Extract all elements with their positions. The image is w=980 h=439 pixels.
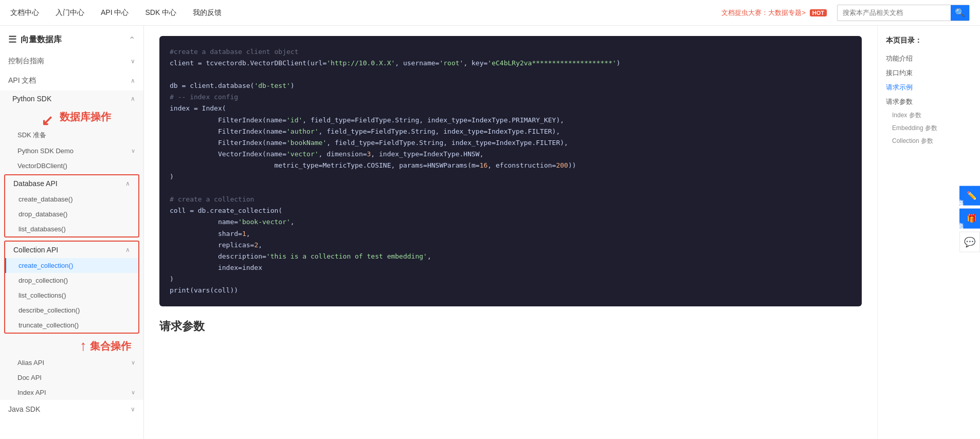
right-toc-title: 本页目录： [886, 36, 972, 45]
search-input[interactable] [838, 9, 951, 16]
collection-api-header[interactable]: Collection API ∧ [5, 242, 138, 258]
sidebar-item-list-collections[interactable]: list_collections() [5, 288, 138, 303]
nav-item-start[interactable]: 入门中心 [56, 8, 84, 17]
toc-sub-item-embedding[interactable]: Embedding 参数 [886, 122, 972, 135]
sidebar-item-sdk-prep[interactable]: SDK 准备 [0, 127, 143, 143]
feedback-action-button[interactable]: ✏️ 文档反馈 [959, 186, 980, 206]
sidebar-item-python-demo[interactable]: Python SDK Demo ∨ [0, 143, 143, 158]
sidebar-item-describe-collection[interactable]: describe_collection() [5, 303, 138, 318]
sidebar-item-create-database[interactable]: create_database() [5, 192, 138, 207]
annotation-collection-text: 集合操作 [90, 339, 131, 353]
python-sdk-header[interactable]: Python SDK ∧ [0, 90, 143, 107]
sidebar: ☰ 向量数据库 ⌃ 控制台指南 ∨ API 文档 ∧ Python SDK ∧ … [0, 26, 144, 439]
collection-api-arrow: ∧ [125, 246, 130, 253]
database-api-arrow: ∧ [125, 180, 130, 187]
menu-icon: ☰ [8, 34, 16, 45]
edit-icon: ✏️ [967, 190, 978, 202]
nav-item-api[interactable]: API 中心 [101, 8, 129, 17]
chat-icon: 💬 [964, 236, 975, 247]
toc-item-constraints[interactable]: 接口约束 [886, 66, 972, 80]
nav-item-sdk[interactable]: SDK 中心 [145, 8, 176, 17]
promo-text[interactable]: 文档捉虫大赛：大数据专题> [721, 8, 806, 17]
activity-label: 文档启动 [956, 216, 965, 221]
nav-item-docs[interactable]: 文档中心 [10, 8, 39, 17]
sidebar-item-alias-api[interactable]: Alias API ∨ [0, 355, 143, 370]
layout: ☰ 向量数据库 ⌃ 控制台指南 ∨ API 文档 ∧ Python SDK ∧ … [0, 26, 980, 439]
header: 文档中心 入门中心 API 中心 SDK 中心 我的反馈 文档捉虫大赛：大数据专… [0, 0, 980, 26]
toc-item-example[interactable]: 请求示例 [886, 80, 972, 95]
sidebar-item-drop-collection[interactable]: drop_collection() [5, 273, 138, 288]
annotation-collection: ↑ 集合操作 [71, 335, 139, 357]
header-nav: 文档中心 入门中心 API 中心 SDK 中心 我的反馈 [10, 8, 222, 17]
python-sdk-label: Python SDK [12, 95, 51, 103]
collection-api-label: Collection API [13, 246, 58, 254]
api-docs-arrow: ∧ [131, 77, 135, 84]
nav-item-feedback[interactable]: 我的反馈 [193, 8, 222, 17]
sidebar-item-api-docs[interactable]: API 文档 ∧ [0, 71, 143, 90]
database-api-header[interactable]: Database API ∧ [5, 175, 138, 192]
toc-item-params[interactable]: 请求参数 [886, 95, 972, 109]
sidebar-header: ☰ 向量数据库 ⌃ [0, 26, 143, 51]
console-arrow: ∨ [131, 58, 135, 65]
database-api-section: Database API ∧ create_database() drop_da… [4, 174, 139, 237]
toc-sub-item-index[interactable]: Index 参数 [886, 109, 972, 122]
sidebar-item-create-collection[interactable]: create_collection() [5, 258, 138, 273]
database-api-label: Database API [13, 179, 58, 188]
header-search: 🔍 [837, 5, 970, 21]
sidebar-item-drop-database[interactable]: drop_database() [5, 207, 138, 222]
python-sdk-section: Python SDK ∧ ↙ 数据库操作 SDK 准备 Python SDK D… [0, 90, 143, 400]
search-button[interactable]: 🔍 [951, 5, 969, 21]
sidebar-item-vectordbclient[interactable]: VectorDBClient() [0, 158, 143, 173]
sidebar-title: ☰ 向量数据库 [8, 34, 62, 45]
code-block[interactable]: #create a database client object client … [159, 36, 862, 306]
annotation-database-text: 数据库操作 [60, 110, 111, 124]
sidebar-item-list-databases[interactable]: list_databases() [5, 222, 138, 236]
sidebar-item-index-api[interactable]: Index API ∨ [0, 385, 143, 400]
sidebar-item-console[interactable]: 控制台指南 ∨ [0, 51, 143, 71]
python-sdk-arrow: ∧ [131, 95, 135, 102]
java-sdk-arrow: ∨ [131, 406, 135, 413]
right-actions: ✏️ 文档反馈 🎁 文档启动 💬 [959, 186, 980, 253]
toc-item-intro[interactable]: 功能介绍 [886, 51, 972, 66]
annotation-database: ↙ 数据库操作 [0, 107, 143, 127]
sidebar-item-doc-api[interactable]: Doc API [0, 370, 143, 385]
sidebar-item-truncate-collection[interactable]: truncate_collection() [5, 318, 138, 333]
header-promo: 文档捉虫大赛：大数据专题> HOT 🔍 [721, 5, 970, 21]
main-content: #create a database client object client … [144, 26, 877, 439]
console-label: 控制台指南 [8, 57, 44, 66]
sidebar-item-java-sdk[interactable]: Java SDK ∨ [0, 400, 143, 418]
api-docs-label: API 文档 [8, 76, 36, 85]
chat-action-button[interactable]: 💬 [959, 231, 980, 252]
sidebar-title-text: 向量数据库 [21, 34, 62, 45]
sidebar-collapse-button[interactable]: ⌃ [129, 35, 135, 45]
activity-action-button[interactable]: 🎁 文档启动 [959, 209, 980, 228]
java-sdk-label: Java SDK [8, 405, 40, 413]
section-heading: 请求参数 [159, 319, 862, 334]
toc-sub-item-collection[interactable]: Collection 参数 [886, 135, 972, 148]
gift-icon: 🎁 [967, 213, 978, 224]
collection-api-section: Collection API ∧ create_collection() dro… [4, 241, 139, 334]
feedback-label: 文档反馈 [956, 194, 965, 198]
hot-badge: HOT [810, 9, 827, 16]
